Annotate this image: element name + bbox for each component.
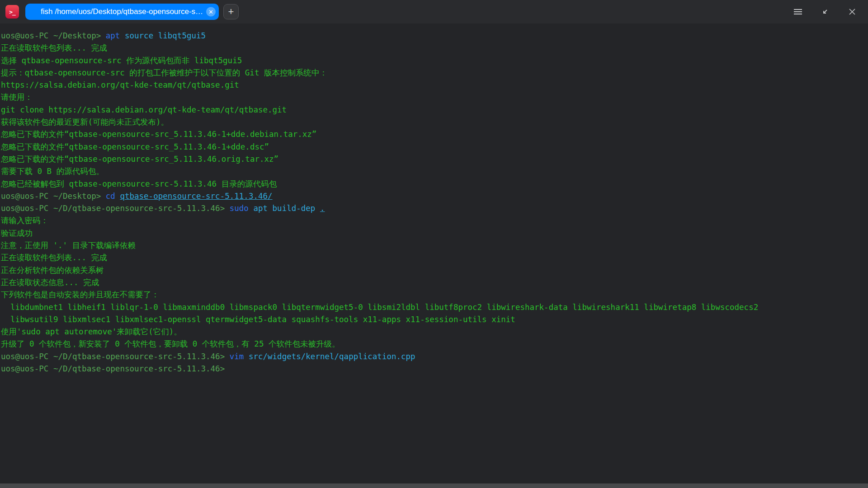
terminal-text-segment: 正在读取软件包列表... 完成: [1, 43, 107, 52]
terminal-text-segment: 验证成功: [1, 229, 33, 238]
terminal-text-segment: 下列软件包是自动安装的并且现在不需要了：: [1, 290, 159, 299]
terminal-text-segment: 忽略已下载的文件“qtbase-opensource-src_5.11.3.46…: [1, 155, 278, 164]
title-bar: >_ fish /home/uos/Desktop/qtbase-opensou…: [0, 0, 868, 23]
terminal-line: 请输入密码：: [1, 215, 867, 227]
exit-fullscreen-icon[interactable]: [817, 4, 833, 19]
terminal-app-icon: >_: [5, 5, 19, 19]
terminal-text-segment: .: [320, 204, 325, 213]
terminal-text-segment: 获得该软件包的最近更新(可能尚未正式发布)。: [1, 117, 169, 127]
terminal-line: 正在读取状态信息... 完成: [1, 277, 867, 289]
terminal-line: libdumbnet1 libheif1 liblqr-1-0 libmaxmi…: [1, 301, 867, 314]
tab-title: fish /home/uos/Desktop/qtbase-opensource…: [41, 7, 203, 16]
terminal-line: git clone https://salsa.debian.org/qt-kd…: [1, 104, 867, 116]
terminal-line: 注意，正使用 '.' 目录下载编译依赖: [1, 239, 867, 252]
terminal-text-segment: libwsutil9 libxmlsec1 libxmlsec1-openssl…: [1, 315, 515, 324]
terminal-line: 验证成功: [1, 227, 867, 239]
terminal-text-segment: 请输入密码：: [1, 216, 48, 225]
terminal-text-segment: uos@uos-PC ~/D/qtbase-opensource-src-5.1…: [1, 352, 230, 361]
terminal-line: uos@uos-PC ~/D/qtbase-opensource-src-5.1…: [1, 363, 867, 375]
hamburger-menu-icon[interactable]: [790, 4, 806, 19]
terminal-text-segment: https://salsa.debian.org/qt-kde-team/qt/…: [1, 80, 239, 89]
terminal-text-segment: 忽略已经被解包到 qtbase-opensource-src-5.11.3.46…: [1, 179, 277, 188]
terminal-line: 正在读取软件包列表... 完成: [1, 252, 867, 264]
terminal-text-segment: apt: [106, 31, 125, 40]
terminal-text-segment: 注意，正使用 '.' 目录下载编译依赖: [1, 241, 136, 250]
terminal-text-segment: 忽略已下载的文件“qtbase-opensource-src_5.11.3.46…: [1, 130, 316, 139]
terminal-text-segment: vim: [230, 352, 249, 361]
terminal-text-segment: 需要下载 0 B 的源代码包。: [1, 167, 104, 176]
terminal-line: 获得该软件包的最近更新(可能尚未正式发布)。: [1, 116, 867, 128]
terminal-line: uos@uos-PC ~/Desktop> cd qtbase-opensour…: [1, 190, 867, 202]
terminal-text-segment: apt build-dep: [253, 204, 320, 213]
terminal-line: 下列软件包是自动安装的并且现在不需要了：: [1, 289, 867, 301]
terminal-text-segment: 正在分析软件包的依赖关系树: [1, 266, 104, 275]
terminal-line: 使用'sudo apt autoremove'来卸载它(它们)。: [1, 326, 867, 338]
terminal-text-segment: sudo: [230, 204, 254, 213]
terminal-line: 升级了 0 个软件包，新安装了 0 个软件包，要卸载 0 个软件包，有 25 个…: [1, 338, 867, 350]
terminal-text-segment: uos@uos-PC ~/D/qtbase-opensource-src-5.1…: [1, 364, 225, 373]
terminal-line: 提示：qtbase-opensource-src 的打包工作被维护于以下位置的 …: [1, 67, 867, 79]
window-bottom-edge: [0, 483, 868, 488]
terminal-line: https://salsa.debian.org/qt-kde-team/qt/…: [1, 79, 867, 91]
terminal-text-segment: uos@uos-PC ~/Desktop>: [1, 31, 106, 40]
terminal-text-segment: uos@uos-PC ~/Desktop>: [1, 192, 106, 201]
terminal-line: 忽略已下载的文件“qtbase-opensource-src_5.11.3.46…: [1, 153, 867, 165]
terminal-text-segment: 选择 qtbase-opensource-src 作为源代码包而非 libqt5…: [1, 56, 242, 65]
terminal-output-area[interactable]: uos@uos-PC ~/Desktop> apt source libqt5g…: [0, 23, 868, 483]
terminal-text-segment: 正在读取状态信息... 完成: [1, 278, 99, 287]
terminal-text-segment: cd: [106, 192, 120, 201]
terminal-line: uos@uos-PC ~/Desktop> apt source libqt5g…: [1, 30, 867, 42]
terminal-text-segment: 正在读取软件包列表... 完成: [1, 253, 107, 262]
terminal-text-segment: 提示：qtbase-opensource-src 的打包工作被维护于以下位置的 …: [1, 68, 327, 77]
terminal-line: 需要下载 0 B 的源代码包。: [1, 165, 867, 178]
terminal-line: 正在分析软件包的依赖关系树: [1, 264, 867, 277]
terminal-text-segment: 忽略已下载的文件“qtbase-opensource-src_5.11.3.46…: [1, 142, 269, 151]
terminal-line: 忽略已经被解包到 qtbase-opensource-src-5.11.3.46…: [1, 178, 867, 190]
terminal-text-segment: uos@uos-PC ~/D/qtbase-opensource-src-5.1…: [1, 204, 230, 213]
terminal-line: libwsutil9 libxmlsec1 libxmlsec1-openssl…: [1, 314, 867, 326]
terminal-line: uos@uos-PC ~/D/qtbase-opensource-src-5.1…: [1, 202, 867, 215]
terminal-line: 忽略已下载的文件“qtbase-opensource-src_5.11.3.46…: [1, 141, 867, 153]
terminal-text-segment: qtbase-opensource-src-5.11.3.46/: [120, 192, 272, 201]
close-icon[interactable]: [844, 4, 860, 19]
terminal-line: 选择 qtbase-opensource-src 作为源代码包而非 libqt5…: [1, 55, 867, 67]
terminal-text-segment: libdumbnet1 libheif1 liblqr-1-0 libmaxmi…: [1, 303, 758, 312]
terminal-text-segment: 升级了 0 个软件包，新安装了 0 个软件包，要卸载 0 个软件包，有 25 个…: [1, 339, 340, 348]
terminal-text-segment: 使用'sudo apt autoremove'来卸载它(它们)。: [1, 327, 182, 336]
terminal-tab[interactable]: fish /home/uos/Desktop/qtbase-opensource…: [25, 4, 219, 20]
terminal-text-segment: 请使用：: [1, 93, 33, 102]
terminal-text-segment: source libqt5gui5: [125, 31, 206, 40]
terminal-line: 请使用：: [1, 91, 867, 103]
terminal-text-segment: src/widgets/kernel/qapplication.cpp: [249, 352, 415, 361]
window-controls: [790, 0, 868, 23]
tab-close-icon[interactable]: ✕: [206, 7, 216, 17]
terminal-line: uos@uos-PC ~/D/qtbase-opensource-src-5.1…: [1, 351, 867, 363]
terminal-line: 忽略已下载的文件“qtbase-opensource-src_5.11.3.46…: [1, 128, 867, 141]
terminal-text-segment: git clone https://salsa.debian.org/qt-kd…: [1, 105, 287, 114]
new-tab-button[interactable]: +: [223, 4, 239, 19]
terminal-line: 正在读取软件包列表... 完成: [1, 42, 867, 54]
